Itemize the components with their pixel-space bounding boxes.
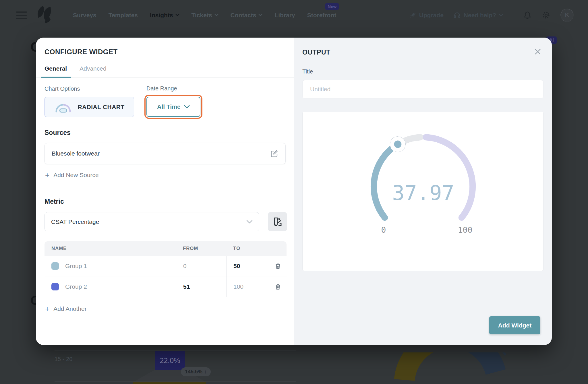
radial-gauge-chart: 37.97 0 100 xyxy=(351,125,495,245)
table-header-row: NAME FROM TO xyxy=(45,241,287,256)
sources-heading: Sources xyxy=(45,129,71,137)
gauge-value: 37.97 xyxy=(392,181,454,205)
metric-selected-value: CSAT Percentage xyxy=(51,218,99,225)
group-color-swatch[interactable] xyxy=(51,283,59,290)
column-header-to: TO xyxy=(226,241,269,256)
chart-type-radial-button[interactable]: RADIAL CHART xyxy=(45,97,134,117)
group-color-swatch[interactable] xyxy=(51,262,59,270)
column-header-name: NAME xyxy=(45,241,176,256)
tab-general[interactable]: General xyxy=(45,65,67,77)
chevron-down-icon xyxy=(184,105,190,109)
table-row: Group 1 0 50 xyxy=(45,256,287,276)
plus-icon: + xyxy=(45,306,49,312)
modal-title: CONFIGURE WIDGET xyxy=(45,48,118,56)
nav-right-cluster: Upgrade Need help? K xyxy=(409,9,574,22)
add-widget-button[interactable]: Add Widget xyxy=(489,316,540,334)
brand-logo-icon[interactable] xyxy=(34,5,54,25)
arrow-up-icon: ↑ xyxy=(204,369,207,375)
headset-icon xyxy=(453,11,461,19)
avatar[interactable]: K xyxy=(560,9,574,22)
tab-bar: General Advanced xyxy=(45,65,107,77)
date-range-select[interactable]: All Time xyxy=(146,97,200,117)
group-name[interactable]: Group 1 xyxy=(65,263,87,269)
funnel-bar[interactable]: 22.0% xyxy=(155,351,185,370)
date-range-label: Date Range xyxy=(146,85,177,92)
funnel-bar[interactable]: 54.0% xyxy=(133,382,206,384)
gauge-max-label: 100 xyxy=(458,225,473,235)
divider xyxy=(55,381,296,382)
chevron-down-icon xyxy=(258,14,262,16)
from-field[interactable]: 0 xyxy=(176,256,226,276)
active-tab-indicator xyxy=(41,77,71,78)
table-row: Group 2 51 100 xyxy=(45,276,287,297)
chevron-down-icon xyxy=(175,14,179,16)
nav-items: Surveys Templates Insights Tickets Conta… xyxy=(73,12,336,19)
delete-row-icon[interactable] xyxy=(274,283,282,290)
from-field[interactable]: 51 xyxy=(176,276,226,297)
title-label: Title xyxy=(302,68,313,75)
metric-select[interactable]: CSAT Percentage xyxy=(45,212,259,231)
divider xyxy=(513,9,513,21)
nav-item-library[interactable]: Library xyxy=(274,12,295,19)
page: Surveys Templates Insights Tickets Conta… xyxy=(0,0,588,384)
chevron-down-icon xyxy=(499,14,503,16)
upgrade-button[interactable]: Upgrade xyxy=(409,12,444,19)
group-name[interactable]: Group 2 xyxy=(65,283,87,290)
plus-icon: + xyxy=(45,172,49,178)
chevron-down-icon xyxy=(214,14,218,16)
edit-icon[interactable] xyxy=(270,149,278,158)
swatches-icon xyxy=(272,217,283,227)
settings-gear-icon[interactable] xyxy=(541,11,551,20)
source-name: Bluesole footwear xyxy=(52,150,100,157)
need-help-menu[interactable]: Need help? xyxy=(453,11,503,19)
divider xyxy=(55,350,296,351)
metric-heading: Metric xyxy=(45,198,64,205)
gauge-handle-dot xyxy=(394,141,401,148)
metric-groups-table: NAME FROM TO Group 1 0 50 xyxy=(45,241,287,297)
nav-item-insights[interactable]: Insights xyxy=(150,12,179,19)
configure-panel: CONFIGURE WIDGET General Advanced Chart … xyxy=(36,38,294,345)
gauge-preview-card: 37.97 0 100 xyxy=(302,112,543,271)
nav-item-contacts[interactable]: Contacts xyxy=(231,12,263,19)
notifications-bell-icon[interactable] xyxy=(523,11,532,20)
nav-item-storefront[interactable]: Storefront New xyxy=(307,12,336,19)
source-card[interactable]: Bluesole footwear xyxy=(45,143,286,164)
to-field[interactable]: 100 xyxy=(226,276,269,297)
add-new-source-button[interactable]: + Add New Source xyxy=(45,172,99,179)
radial-chart-icon xyxy=(54,101,72,113)
gauge-upper-range-arc xyxy=(426,137,473,218)
background-donut-chart xyxy=(379,352,528,384)
widget-title-input[interactable] xyxy=(302,80,543,98)
gauge-min-label: 0 xyxy=(381,225,386,235)
configure-widget-modal: CONFIGURE WIDGET General Advanced Chart … xyxy=(36,38,552,345)
nav-item-surveys[interactable]: Surveys xyxy=(73,12,96,19)
to-field[interactable]: 50 xyxy=(226,256,269,276)
funnel-change-badge: 145.5%↑ xyxy=(181,367,211,376)
delete-row-icon[interactable] xyxy=(274,262,282,270)
funnel-category-label: 15 - 20 xyxy=(55,356,72,362)
output-panel: OUTPUT Title 37.97 0 100 Add Widget xyxy=(294,38,552,345)
rocket-icon xyxy=(409,12,416,19)
menu-icon[interactable] xyxy=(16,11,27,19)
column-header-from: FROM xyxy=(176,241,226,256)
new-badge: New xyxy=(325,3,339,10)
nav-item-templates[interactable]: Templates xyxy=(109,12,138,19)
nav-item-tickets[interactable]: Tickets xyxy=(192,12,218,19)
divider xyxy=(36,77,294,78)
column-header-actions xyxy=(269,241,287,256)
close-icon[interactable] xyxy=(533,47,542,57)
output-heading: OUTPUT xyxy=(302,49,330,56)
gauge-remainder-arc xyxy=(405,137,420,140)
top-navigation: Surveys Templates Insights Tickets Conta… xyxy=(0,0,588,30)
color-palette-button[interactable] xyxy=(268,212,287,231)
tab-advanced[interactable]: Advanced xyxy=(80,65,106,77)
chart-options-label: Chart Options xyxy=(45,86,80,92)
chevron-down-icon xyxy=(246,220,253,224)
add-another-button[interactable]: + Add Another xyxy=(45,305,87,312)
